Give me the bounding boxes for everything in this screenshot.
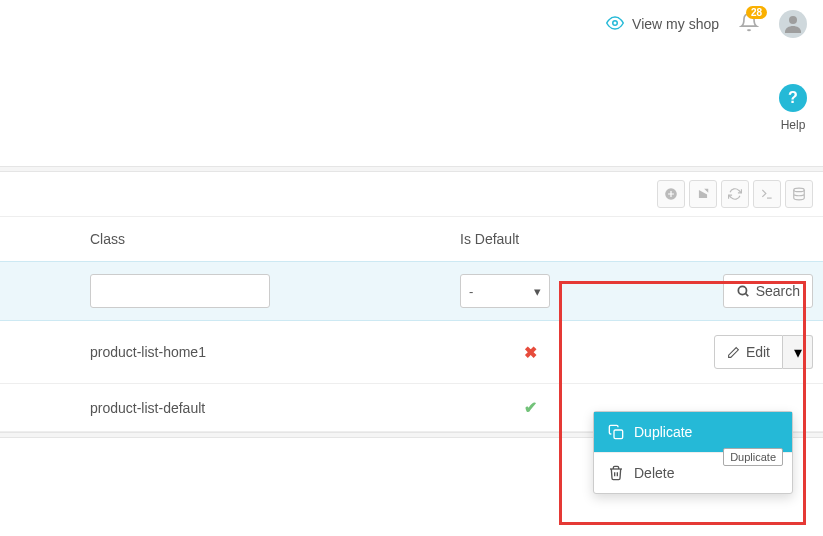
refresh-icon: [728, 187, 742, 201]
person-icon: [781, 12, 805, 36]
svg-rect-7: [614, 430, 623, 439]
toolbar-add-button[interactable]: [657, 180, 685, 208]
filter-row: - ▾ Search: [0, 261, 823, 321]
col-class-header: Class: [90, 231, 460, 247]
caret-down-icon: ▾: [794, 343, 802, 362]
top-bar: View my shop 28: [0, 0, 823, 48]
database-icon: [792, 187, 806, 201]
toolbar-database-button[interactable]: [785, 180, 813, 208]
svg-point-5: [738, 286, 746, 294]
toolbar-terminal-button[interactable]: [753, 180, 781, 208]
table-header: Class Is Default: [0, 217, 823, 261]
check-icon: ✔: [524, 399, 537, 416]
edit-button[interactable]: Edit: [714, 335, 783, 369]
notifications-button[interactable]: 28: [739, 12, 759, 36]
content-wrap: Class Is Default - ▾ Search product-list…: [0, 166, 823, 438]
filter-class-input[interactable]: [90, 274, 270, 308]
toolbar: [0, 172, 823, 217]
search-label: Search: [756, 283, 800, 299]
row-class-value: product-list-home1: [90, 344, 460, 360]
trash-icon: [608, 465, 624, 481]
panel: Class Is Default - ▾ Search product-list…: [0, 171, 823, 433]
row-actions: Edit ▾: [714, 335, 813, 369]
eye-icon: [606, 14, 624, 35]
dropdown-duplicate-label: Duplicate: [634, 424, 692, 440]
row-default-value: ✖: [460, 343, 600, 362]
search-icon: [736, 284, 750, 298]
table-row: product-list-home1 ✖ Edit ▾: [0, 321, 823, 384]
svg-point-4: [794, 188, 805, 192]
edit-label: Edit: [746, 344, 770, 360]
filter-default-value: -: [469, 284, 473, 299]
col-default-header: Is Default: [460, 231, 600, 247]
terminal-icon: [760, 187, 774, 201]
copy-icon: [608, 424, 624, 440]
svg-point-1: [789, 16, 797, 24]
dropdown-delete-label: Delete: [634, 465, 674, 481]
pencil-icon: [727, 346, 740, 359]
chevron-down-icon: ▾: [534, 284, 541, 299]
filter-default-select[interactable]: - ▾: [460, 274, 550, 308]
row-default-value: ✔: [460, 398, 600, 417]
dropdown-duplicate[interactable]: Duplicate: [594, 412, 792, 452]
share-icon: [696, 187, 710, 201]
help-label: Help: [779, 118, 807, 132]
tooltip: Duplicate: [723, 448, 783, 466]
view-shop-link[interactable]: View my shop: [606, 14, 719, 35]
x-icon: ✖: [524, 344, 537, 361]
toolbar-export-button[interactable]: [689, 180, 717, 208]
help-area: ? Help: [779, 84, 807, 132]
row-actions-caret[interactable]: ▾: [783, 335, 813, 369]
toolbar-refresh-button[interactable]: [721, 180, 749, 208]
profile-avatar[interactable]: [779, 10, 807, 38]
view-shop-label: View my shop: [632, 16, 719, 32]
svg-line-6: [745, 294, 748, 297]
notifications-badge: 28: [746, 6, 767, 19]
plus-circle-icon: [664, 187, 678, 201]
question-icon: ?: [788, 89, 798, 107]
search-button[interactable]: Search: [723, 274, 813, 308]
help-button[interactable]: ?: [779, 84, 807, 112]
svg-point-0: [613, 20, 618, 25]
row-class-value: product-list-default: [90, 400, 460, 416]
